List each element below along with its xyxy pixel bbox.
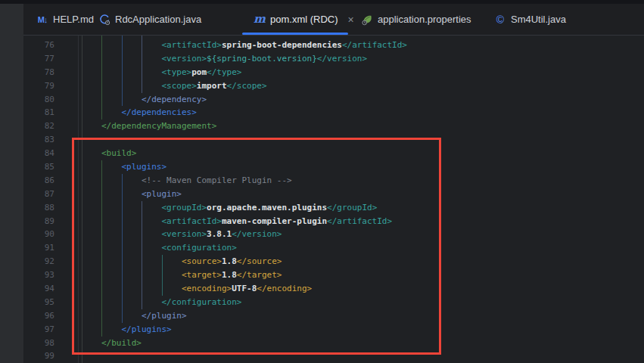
- line-number: 98: [23, 337, 54, 350]
- line-number: 77: [23, 52, 54, 66]
- markdown-icon: M↓: [36, 14, 48, 26]
- ide-window: { "app": {"name": "IntelliJ IDEA editor"…: [0, 0, 644, 363]
- line-number: 81: [23, 106, 54, 119]
- line-number: 76: [23, 39, 54, 52]
- tab-help-md[interactable]: M↓HELP.md: [36, 4, 94, 35]
- line-number: 87: [23, 188, 54, 201]
- line-number: 94: [23, 282, 54, 296]
- code-line: <version>${spring-boot.version}</version…: [82, 52, 407, 66]
- line-number: 83: [23, 133, 54, 147]
- line-number: 97: [23, 323, 54, 337]
- tool-window-rail: [0, 4, 23, 363]
- tab-label: pom.xml (RDC): [270, 14, 338, 25]
- code-line: </dependencies>: [82, 106, 407, 119]
- code-line: </dependencyManagement>: [82, 119, 407, 133]
- code-line: </configuration>: [82, 296, 407, 309]
- line-number: 96: [23, 309, 54, 323]
- code-line: </plugins>: [82, 323, 407, 337]
- line-number: 79: [23, 79, 54, 93]
- code-line: <artifactId>maven-compiler-plugin</artif…: [82, 215, 407, 228]
- line-number: 84: [23, 147, 54, 160]
- code-line: <!-- Maven Compiler Plugin -->: [82, 174, 407, 188]
- line-number: 99: [23, 349, 54, 363]
- spring-boot-class-icon: [98, 14, 110, 26]
- line-number: 91: [23, 241, 54, 255]
- code-line: <version>3.8.1</version>: [82, 228, 407, 241]
- line-number-gutter: 7677787980818283848586878889909192939495…: [23, 39, 54, 363]
- gutter-separator: [78, 36, 79, 363]
- tab-rdcapplication-java[interactable]: RdcApplication.java: [98, 4, 201, 35]
- maven-icon: m: [254, 14, 266, 26]
- code-line: [82, 349, 407, 363]
- line-number: 78: [23, 66, 54, 79]
- editor-tab-bar[interactable]: M↓HELP.mdRdcApplication.javampom.xml (RD…: [23, 4, 644, 36]
- line-number: 80: [23, 93, 54, 107]
- code-lines: <artifactId>spring-boot-dependencies</ar…: [82, 39, 407, 363]
- tab-label: application.properties: [378, 14, 471, 25]
- line-number: 92: [23, 255, 54, 268]
- code-line: <encoding>UTF-8</encoding>: [82, 282, 407, 296]
- line-number: 86: [23, 174, 54, 188]
- line-number: 89: [23, 215, 54, 228]
- line-number: 88: [23, 201, 54, 215]
- code-line: <configuration>: [82, 241, 407, 255]
- code-line: </plugin>: [82, 309, 407, 323]
- code-line: </build>: [82, 337, 407, 350]
- code-line: <groupId>org.apache.maven.plugins</group…: [82, 201, 407, 215]
- line-number: 85: [23, 160, 54, 174]
- tab-label: RdcApplication.java: [115, 14, 201, 25]
- spring-properties-icon: [361, 14, 373, 26]
- line-number: 93: [23, 268, 54, 282]
- close-tab-icon[interactable]: ×: [348, 14, 354, 25]
- tab-label: Sm4Util.java: [511, 14, 566, 25]
- tab-sm4util-java[interactable]: ©Sm4Util.java: [494, 4, 566, 35]
- code-line: <plugins>: [82, 160, 407, 174]
- code-line: <scope>import</scope>: [82, 79, 407, 93]
- code-line: </dependency>: [82, 93, 407, 107]
- code-line: [82, 133, 407, 147]
- tab-pom-xml-rdc-[interactable]: mpom.xml (RDC)×: [254, 4, 354, 35]
- code-line: <target>1.8</target>: [82, 268, 407, 282]
- line-number: 82: [23, 119, 54, 133]
- code-line: <build>: [82, 147, 407, 160]
- tab-label: HELP.md: [53, 14, 94, 25]
- tab-application-properties[interactable]: application.properties: [361, 4, 471, 35]
- code-line: <artifactId>spring-boot-dependencies</ar…: [82, 39, 407, 52]
- code-editor[interactable]: 7677787980818283848586878889909192939495…: [23, 36, 644, 363]
- code-line: <type>pom</type>: [82, 66, 407, 79]
- line-number: 95: [23, 296, 54, 309]
- java-class-icon: ©: [494, 14, 506, 26]
- code-line: <plugin>: [82, 188, 407, 201]
- line-number: 90: [23, 228, 54, 241]
- code-line: <source>1.8</source>: [82, 255, 407, 268]
